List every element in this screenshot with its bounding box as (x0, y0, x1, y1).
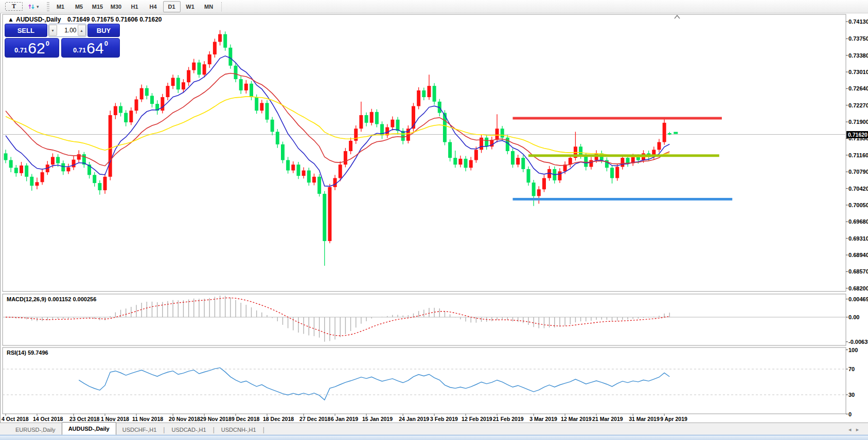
tab-separator: | (213, 426, 215, 433)
buy-price-box[interactable]: 0.71 64 0 (61, 38, 120, 58)
price-tick-label: 0.73010 (848, 69, 868, 75)
toolbar-separator (221, 2, 222, 11)
rsi-tick-label: 0 (848, 411, 852, 417)
tab-scroll-arrows[interactable]: ◄► (847, 427, 863, 432)
volume-stepper: ▾ ▴ (48, 24, 87, 37)
date-tick-label: 3 Feb 2019 (430, 416, 458, 422)
volume-decrease-button[interactable]: ▾ (49, 25, 57, 36)
date-tick-label: 18 Dec 2018 (263, 416, 294, 422)
date-tick-label: 12 Feb 2019 (462, 416, 492, 422)
date-tick-label: 23 Oct 2018 (69, 416, 100, 422)
price-tick-label: 0.71160 (848, 152, 868, 158)
buy-price-prefix: 0.71 (73, 46, 86, 54)
date-tick-label: 24 Jan 2019 (399, 416, 429, 422)
date-tick-label: 6 Jan 2019 (331, 416, 358, 422)
date-tick-label: 15 Jan 2019 (362, 416, 393, 422)
price-tick-label: 0.73380 (848, 52, 868, 59)
top-toolbar: T ▾ M1M5M15M30H1H4D1W1MN (0, 0, 868, 13)
chart-tab-bar: EURUSD-,DailyAUDUSD-,DailyUSDCHF-,H1|USD… (0, 423, 868, 435)
macd-panel[interactable] (3, 294, 846, 345)
one-click-trade-panel: SELL ▾ ▴ BUY 0.71 62 0 0.71 64 0 (5, 24, 120, 58)
date-tick-label: 1 Nov 2018 (101, 416, 129, 422)
current-price-tag: 0.71620 (846, 131, 868, 138)
date-tick-label: 27 Dec 2018 (299, 416, 330, 422)
sell-price-point: 0 (46, 40, 49, 47)
date-tick-label: 3 Mar 2019 (529, 416, 557, 422)
price-tick-label: 0.70790 (848, 169, 868, 175)
timeframe-button-M30[interactable]: M30 (108, 1, 125, 12)
volume-increase-button[interactable]: ▴ (78, 25, 86, 36)
price-tick-label: 0.70050 (848, 202, 868, 208)
date-tick-label: 21 Mar 2019 (592, 416, 623, 422)
date-tick-label: 11 Nov 2018 (132, 416, 163, 422)
tab-separator: | (263, 426, 264, 433)
rsi-tick-label: 100 (848, 347, 858, 353)
chart-tab-usdchf-h1[interactable]: USDCHF-,H1 (116, 424, 163, 435)
sell-price-prefix: 0.71 (14, 46, 27, 54)
svg-text:0.71620: 0.71620 (848, 132, 867, 138)
one-click-panel-toggle-arrow[interactable]: ▲ (8, 16, 14, 23)
date-tick-label: 14 Oct 2018 (33, 416, 63, 422)
rsi-tick-label: 30 (848, 392, 855, 398)
toolbar-grip[interactable] (47, 2, 49, 11)
sort-arrows-icon (27, 2, 36, 11)
text-tool-icon[interactable]: T (5, 2, 23, 11)
sell-price-pips: 62 (28, 41, 45, 56)
price-tick-label: 0.72270 (848, 102, 868, 108)
volume-input[interactable] (57, 27, 78, 34)
timeframe-button-M15[interactable]: M15 (89, 1, 107, 12)
sell-price-box[interactable]: 0.71 62 0 (5, 38, 59, 58)
rsi-axis[interactable] (846, 347, 868, 414)
timeframe-button-MN[interactable]: MN (200, 1, 218, 12)
status-strip (0, 435, 868, 440)
price-tick-label: 0.74130 (848, 19, 868, 25)
date-tick-label: 31 Mar 2019 (629, 416, 660, 422)
price-tick-label: 0.69310 (848, 235, 868, 242)
chart-window: 0.741300.737500.733800.730100.726400.722… (0, 13, 868, 423)
macd-tick-label: 0.00 (848, 314, 859, 320)
buy-price-point: 0 (104, 40, 108, 47)
chart-tab-audusd-daily[interactable]: AUDUSD-,Daily (62, 422, 116, 435)
date-tick-label: 29 Nov 2018 (200, 416, 232, 422)
timeframe-button-H4[interactable]: H4 (145, 1, 162, 12)
rsi-tick-label: 70 (848, 366, 855, 372)
timeframe-button-H1[interactable]: H1 (126, 1, 144, 12)
chart-ohlc-values: 0.71649 0.71675 0.71606 0.71620 (67, 16, 162, 23)
date-tick-label: 9 Dec 2018 (232, 416, 259, 422)
buy-price-pips: 64 (86, 41, 103, 56)
macd-tick-label: -0.00639 (848, 339, 868, 345)
date-tick-label: 4 Oct 2018 (2, 416, 29, 422)
date-tick-label: 9 Apr 2019 (660, 416, 687, 422)
chart-symbol-title: AUDUSD-,Daily (16, 16, 61, 23)
chart-tab-eurusd-daily[interactable]: EURUSD-,Daily (9, 424, 62, 435)
price-tick-label: 0.72640 (848, 85, 868, 91)
timeframe-button-M1[interactable]: M1 (52, 1, 69, 12)
timeframe-button-D1[interactable]: D1 (163, 1, 181, 12)
price-tick-label: 0.69680 (848, 218, 868, 225)
timeframe-button-group: M1M5M15M30H1H4D1W1MN (51, 1, 218, 12)
timeframe-button-W1[interactable]: W1 (182, 1, 199, 12)
sell-button[interactable]: SELL (5, 24, 47, 37)
macd-indicator-label: MACD(12,26,9) 0.001152 0.000256 (7, 296, 96, 302)
timeframe-button-M5[interactable]: M5 (70, 1, 88, 12)
rsi-indicator-label: RSI(14) 59.7496 (7, 350, 48, 356)
price-tick-label: 0.68200 (848, 285, 868, 291)
price-tick-label: 0.71900 (848, 119, 868, 125)
date-tick-label: 20 Nov 2018 (169, 416, 200, 422)
price-tick-label: 0.68940 (848, 252, 868, 258)
date-tick-label: 12 Mar 2019 (561, 416, 592, 422)
chart-tab-usdcad-h1[interactable]: USDCAD-,H1 (165, 424, 212, 435)
sort-arrows-dropdown-button[interactable]: ▾ (24, 1, 42, 12)
main-price-panel[interactable] (3, 14, 846, 291)
chart-tab-usdcnh-h1[interactable]: USDCNH-,H1 (215, 424, 262, 435)
buy-button[interactable]: BUY (87, 24, 120, 37)
chevron-down-icon: ▾ (37, 4, 39, 9)
trading-app-window: T ▾ M1M5M15M30H1H4D1W1MN 0.741300.737500… (0, 0, 868, 440)
tab-separator: | (163, 426, 165, 433)
price-tick-label: 0.68570 (848, 268, 868, 274)
price-tick-label: 0.73750 (848, 35, 868, 42)
macd-tick-label: 0.004694 (848, 296, 868, 302)
date-tick-label: 21 Feb 2019 (493, 416, 524, 422)
price-tick-label: 0.70420 (848, 186, 868, 192)
rsi-panel[interactable] (3, 347, 846, 414)
